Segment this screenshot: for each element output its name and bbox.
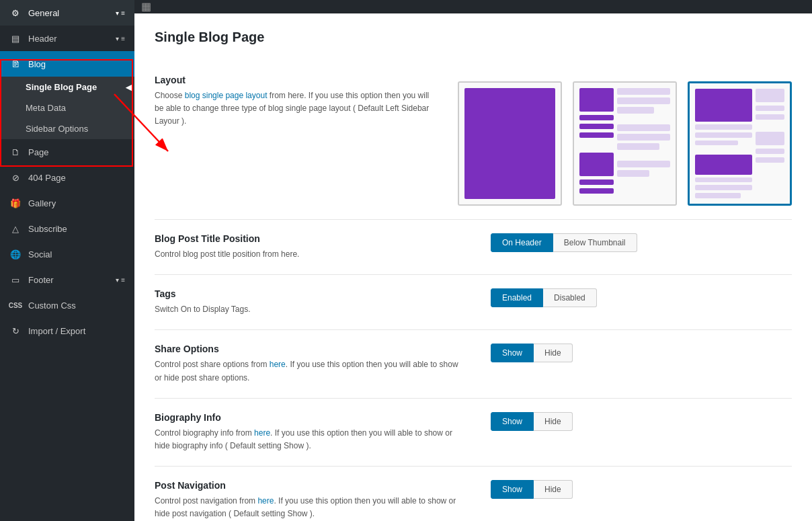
content-area: Single Blog Page Layout Choose blog sing… — [134, 13, 812, 521]
layout-info: Layout Choose blog single page layout fr… — [155, 75, 431, 128]
sidebar-item-gallery[interactable]: 🎁 Gallery — [0, 190, 134, 216]
social-icon: 🌐 — [9, 248, 22, 260]
content-line — [617, 107, 654, 114]
sidebar-item-import-export[interactable]: ↻ Import / Export — [0, 318, 134, 344]
sidebar-block-5 — [579, 153, 614, 176]
layout-2-preview — [579, 88, 670, 199]
main-content: ▦ Single Blog Page Layout Choose blog si… — [134, 0, 812, 521]
content-line — [617, 134, 670, 141]
gear-icon: ⚙ — [9, 7, 22, 19]
tags-desc: Switch On to Display Tags. — [155, 303, 464, 316]
404-icon: ⊘ — [9, 171, 22, 184]
blog-post-title-row: Blog Post Title Position Control blog po… — [155, 233, 792, 261]
content-line — [617, 124, 670, 131]
tags-enabled-button[interactable]: Enabled — [491, 288, 543, 307]
on-header-button[interactable]: On Header — [491, 233, 553, 252]
layout-row: Layout Choose blog single page layout fr… — [155, 75, 792, 206]
post-nav-show-button[interactable]: Show — [491, 480, 534, 499]
share-show-button[interactable]: Show — [491, 344, 534, 362]
sidebar-item-blog[interactable]: 🖹 Blog — [0, 51, 134, 77]
sidebar-line — [756, 89, 784, 102]
layout-2-sidebar — [579, 88, 614, 199]
post-navigation-buttons: Show Hide — [491, 480, 573, 499]
blog-post-title-desc: Control blog post title position from he… — [155, 248, 464, 261]
share-options-control: Show Hide — [491, 344, 573, 362]
sidebar-line — [756, 132, 784, 145]
sidebar-block-1 — [579, 88, 614, 112]
blog-icon: 🖹 — [9, 58, 22, 70]
menu-icon[interactable]: ▦ — [141, 0, 151, 13]
biography-show-button[interactable]: Show — [491, 412, 534, 431]
share-options-desc: Control post share options from here. If… — [155, 358, 464, 384]
layout-option-3[interactable] — [688, 81, 792, 206]
content-line — [695, 177, 752, 183]
content-line — [617, 97, 670, 104]
blog-post-title-label: Blog Post Title Position — [155, 233, 464, 244]
layout-3-preview — [695, 89, 784, 198]
sidebar-item-404[interactable]: ⊘ 404 Page — [0, 165, 134, 190]
footer-icon: ▭ — [9, 274, 22, 286]
biography-control: Show Hide — [491, 412, 573, 431]
custom-css-icon: CSS — [9, 299, 22, 311]
content-line — [617, 161, 670, 167]
tags-section: Tags Switch On to Display Tags. Enabled … — [155, 275, 792, 330]
sidebar: ⚙ General ▾ ≡ ▤ Header ▾ ≡ 🖹 Blog Single… — [0, 0, 134, 521]
page-title: Single Blog Page — [155, 30, 792, 45]
biography-title: Biography Info — [155, 412, 464, 423]
share-options-info: Share Options Control post share options… — [155, 344, 464, 384]
submenu-single-blog-page[interactable]: Single Blog Page ◀ — [0, 77, 134, 97]
subscribe-icon: △ — [9, 223, 22, 235]
share-options-row: Share Options Control post share options… — [155, 344, 792, 384]
share-hide-button[interactable]: Hide — [534, 344, 573, 362]
below-thumbnail-button[interactable]: Below Thumbnail — [553, 233, 637, 252]
sidebar-item-subscribe[interactable]: △ Subscribe — [0, 216, 134, 241]
layout-option-2[interactable] — [573, 81, 677, 206]
tags-control: Enabled Disabled — [491, 288, 597, 307]
layout-option-1[interactable] — [458, 81, 562, 206]
header-icon: ▤ — [9, 32, 22, 44]
post-navigation-control: Show Hide — [491, 480, 573, 499]
sidebar-line — [756, 157, 784, 163]
main-block-mid — [695, 155, 752, 174]
sidebar-block-2 — [579, 115, 614, 120]
biography-row: Biography Info Control biography info fr… — [155, 412, 792, 452]
topbar: ▦ — [134, 0, 812, 13]
chevron-down-icon: ▾ ≡ — [116, 35, 125, 42]
content-line — [695, 193, 741, 198]
sidebar-item-social[interactable]: 🌐 Social — [0, 241, 134, 267]
sidebar-item-footer[interactable]: ▭ Footer ▾ ≡ — [0, 267, 134, 292]
sidebar-block-3 — [579, 124, 614, 129]
layout-desc: Choose blog single page layout from here… — [155, 89, 431, 128]
layout-options — [458, 81, 792, 206]
sidebar-item-custom-css[interactable]: CSS Custom Css — [0, 292, 134, 318]
sidebar-item-general[interactable]: ⚙ General ▾ ≡ — [0, 0, 134, 26]
content-line — [617, 88, 670, 95]
blog-submenu: Single Blog Page ◀ Meta Data Sidebar Opt… — [0, 77, 134, 139]
tags-disabled-button[interactable]: Disabled — [543, 288, 597, 307]
post-navigation-info: Post Navigation Control post navigation … — [155, 480, 464, 520]
content-line — [617, 143, 659, 150]
sidebar-item-header[interactable]: ▤ Header ▾ ≡ — [0, 26, 134, 51]
chevron-down-icon: ▾ ≡ — [116, 9, 125, 17]
post-navigation-desc: Control post navigation from here. If yo… — [155, 495, 464, 520]
post-navigation-section: Post Navigation Control post navigation … — [155, 467, 792, 521]
share-options-title: Share Options — [155, 344, 464, 354]
submenu-meta-data[interactable]: Meta Data — [0, 97, 134, 118]
content-line — [695, 124, 752, 130]
sidebar-line — [756, 149, 784, 154]
layout-2-content — [617, 88, 670, 199]
biography-info: Biography Info Control biography info fr… — [155, 412, 464, 452]
blog-post-title-control: On Header Below Thumbnail — [491, 233, 637, 252]
layout-3-sidebar — [756, 89, 784, 198]
submenu-sidebar-options[interactable]: Sidebar Options — [0, 118, 134, 139]
arrow-indicator: ◀ — [126, 83, 132, 92]
post-nav-hide-button[interactable]: Hide — [534, 480, 573, 499]
blog-post-title-section: Blog Post Title Position Control blog po… — [155, 220, 792, 275]
share-options-buttons: Show Hide — [491, 344, 573, 362]
sidebar-item-page[interactable]: 🗋 Page — [0, 139, 134, 165]
main-block-top — [695, 89, 752, 122]
biography-desc: Control biography info from here. If you… — [155, 427, 464, 452]
post-navigation-row: Post Navigation Control post navigation … — [155, 480, 792, 520]
tags-title: Tags — [155, 288, 464, 299]
biography-hide-button[interactable]: Hide — [534, 412, 573, 431]
